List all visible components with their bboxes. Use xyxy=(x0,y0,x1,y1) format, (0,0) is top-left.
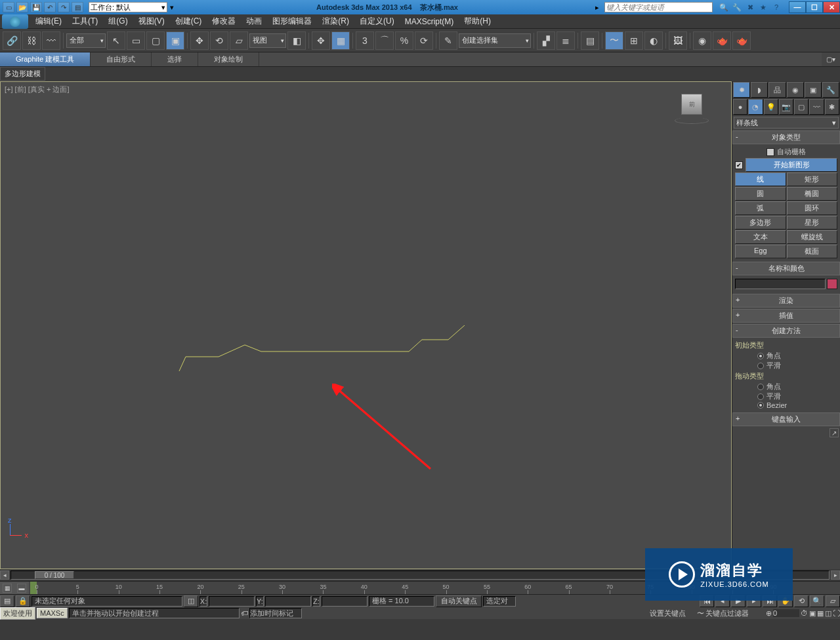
viewcube-face[interactable]: 前 xyxy=(681,94,702,115)
qat-redo-icon[interactable]: ↷ xyxy=(58,2,70,12)
menu-maxscript[interactable]: MAXScript(M) xyxy=(400,17,459,26)
spinner-snap-icon[interactable]: ⟳ xyxy=(415,31,433,50)
workspace-menu-icon[interactable]: ▾ xyxy=(170,3,179,12)
rotate-icon[interactable]: ⟲ xyxy=(210,31,228,50)
sub-helpers-icon[interactable]: ▢ xyxy=(794,99,808,115)
ribbon-tab-freeform[interactable]: 自由形式 xyxy=(91,52,152,66)
tab-create-icon[interactable]: ✹ xyxy=(733,82,750,98)
viewport-front[interactable]: [+] [前] [真实 + 边面] 前 xyxy=(0,81,732,569)
btn-egg[interactable]: Egg xyxy=(735,245,786,258)
menu-rendering[interactable]: 渲染(R) xyxy=(317,16,354,27)
select-name-icon[interactable]: ▭ xyxy=(127,31,145,50)
mirror-icon[interactable]: ▞ xyxy=(537,31,555,50)
trackbar-menu-icon[interactable]: ▦ xyxy=(3,584,12,593)
qat-save-icon[interactable]: 💾 xyxy=(30,2,42,12)
btn-ngon[interactable]: 多边形 xyxy=(735,216,786,230)
menu-view[interactable]: 视图(V) xyxy=(133,16,170,27)
render-frame-icon[interactable]: ◉ xyxy=(693,31,711,50)
sub-shapes-icon[interactable]: ◔ xyxy=(748,99,763,115)
percent-snap-icon[interactable]: % xyxy=(395,31,413,50)
material-editor-icon[interactable]: ◐ xyxy=(644,31,663,50)
category-dropdown[interactable]: 样条线▾ xyxy=(734,117,839,129)
btn-line[interactable]: 线 xyxy=(735,172,786,186)
rollout-keyboard[interactable]: +键盘输入 xyxy=(732,412,840,426)
sub-lights-icon[interactable]: 💡 xyxy=(764,99,778,115)
nav-region-icon[interactable]: ◫ xyxy=(825,609,831,618)
snap-toggle-icon[interactable]: 3 xyxy=(356,31,374,50)
radio-drag-smooth[interactable] xyxy=(757,393,764,400)
btn-section[interactable]: 截面 xyxy=(787,245,838,258)
editnamedsel-icon[interactable]: ✎ xyxy=(439,31,457,50)
render-iterate-icon[interactable]: 🫖 xyxy=(732,31,751,50)
nav-zoom-icon[interactable]: 🔍 xyxy=(810,595,824,607)
workspace-dropdown[interactable]: 工作台: 默认▾ xyxy=(89,2,167,12)
help-icon[interactable]: ? xyxy=(770,2,782,12)
angle-snap-icon[interactable]: ⌒ xyxy=(375,31,394,50)
qat-open-icon[interactable]: 📂 xyxy=(16,2,28,12)
viewport-label[interactable]: [+] [前] [真实 + 边面] xyxy=(5,85,69,94)
ribbon-tab-selection[interactable]: 选择 xyxy=(152,52,198,66)
keymode-icon[interactable]: ⊕ xyxy=(766,609,772,618)
move-icon[interactable]: ✥ xyxy=(190,31,209,50)
minimize-button[interactable]: — xyxy=(789,1,806,13)
btn-arc[interactable]: 弧 xyxy=(735,201,786,215)
layer-manager-icon[interactable]: ▤ xyxy=(581,31,599,50)
menu-create[interactable]: 创建(C) xyxy=(170,16,207,27)
btn-helix[interactable]: 螺旋线 xyxy=(787,230,838,244)
curve-editor-icon[interactable]: 〜 xyxy=(605,31,623,50)
search-icon[interactable]: 🔍 xyxy=(718,2,730,12)
object-name-input[interactable] xyxy=(735,279,826,289)
sub-cameras-icon[interactable]: 📷 xyxy=(779,99,793,115)
btn-donut[interactable]: 圆环 xyxy=(787,201,838,215)
rollout-render[interactable]: +渲染 xyxy=(732,294,840,308)
nav-orbit-icon[interactable]: ⟲ xyxy=(794,595,808,607)
application-button[interactable] xyxy=(2,14,28,29)
unlink-icon[interactable]: ⛓ xyxy=(22,31,41,50)
infocenter-search[interactable] xyxy=(604,2,713,12)
welcome-button[interactable]: 欢迎使用 xyxy=(0,607,35,620)
maximize-button[interactable]: ☐ xyxy=(806,1,823,13)
radio-initial-corner[interactable] xyxy=(757,353,764,359)
qat-project-icon[interactable]: ▤ xyxy=(72,2,83,12)
menu-tools[interactable]: 工具(T) xyxy=(67,16,103,27)
ribbon-collapse-icon[interactable]: ▢▾ xyxy=(822,52,840,66)
align-icon[interactable]: ≣ xyxy=(556,31,575,50)
ribbon-tab-objectpaint[interactable]: 对象绘制 xyxy=(198,52,259,66)
setkey-button[interactable]: 设置关键点 xyxy=(650,609,696,618)
lock-selection-icon[interactable]: 🔒 xyxy=(16,595,30,607)
sub-geometry-icon[interactable]: ● xyxy=(733,99,747,115)
timeconfig-icon[interactable]: ⏱ xyxy=(801,609,808,617)
startnew-checkbox[interactable]: ✔ xyxy=(735,161,743,169)
coord-z-input[interactable] xyxy=(322,596,368,607)
tab-hierarchy-icon[interactable]: 品 xyxy=(768,82,786,98)
maxscript-mini-icon[interactable]: ▤ xyxy=(0,595,14,607)
autokey-button[interactable]: 自动关键点 xyxy=(436,595,482,607)
menu-modifiers[interactable]: 修改器 xyxy=(207,16,241,27)
select-manipulate-icon[interactable]: ✥ xyxy=(312,31,330,50)
subscribe-icon[interactable]: 🔧 xyxy=(731,2,743,12)
selected-label[interactable]: 选定对 xyxy=(483,596,516,607)
exchange-icon[interactable]: ✖ xyxy=(744,2,756,12)
rollout-name-color[interactable]: -名称和颜色 xyxy=(732,262,840,275)
selection-filter-dropdown[interactable]: 全部 xyxy=(66,33,106,48)
menu-edit[interactable]: 编辑(E) xyxy=(30,16,67,27)
scale-icon[interactable]: ▱ xyxy=(230,31,248,50)
radio-initial-smooth[interactable] xyxy=(757,363,764,369)
sub-spacewarps-icon[interactable]: 〰 xyxy=(809,99,824,115)
menu-help[interactable]: 帮助(H) xyxy=(459,16,496,27)
nav-zoomall-icon[interactable]: ▦ xyxy=(817,609,824,618)
radio-drag-bezier[interactable] xyxy=(757,402,764,409)
timetag-label[interactable]: 添加时间标记 xyxy=(249,608,302,618)
named-selection-dropdown[interactable]: 创建选择集 xyxy=(459,33,531,48)
pivot-center-icon[interactable]: ◧ xyxy=(287,31,306,50)
bind-spacewarp-icon[interactable]: 〰 xyxy=(42,31,60,50)
tab-utilities-icon[interactable]: 🔧 xyxy=(822,82,839,98)
object-color-swatch[interactable] xyxy=(827,279,837,289)
rollout-object-type[interactable]: -对象类型 xyxy=(732,130,840,144)
link-icon[interactable]: 🔗 xyxy=(3,31,21,50)
btn-rectangle[interactable]: 矩形 xyxy=(787,172,838,186)
time-slider-prev[interactable]: ◂ xyxy=(0,570,9,580)
time-slider-thumb[interactable]: 0 / 100 xyxy=(35,571,74,579)
menu-group[interactable]: 组(G) xyxy=(103,16,133,27)
trackbar-key-icon[interactable]: ▬ xyxy=(17,584,26,593)
